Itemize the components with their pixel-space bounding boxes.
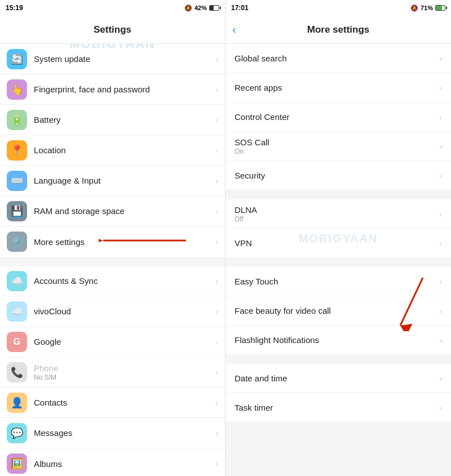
chevron-icon: › <box>215 55 218 64</box>
more-settings-icon: ⚙️ <box>7 232 27 252</box>
system-update-label: System update <box>34 54 213 64</box>
settings-item-language[interactable]: ⌨️ Language & Input › <box>0 166 225 196</box>
messages-label: Messages <box>34 428 213 438</box>
chevron-icon: › <box>439 239 442 248</box>
right-settings-list: Global search › Recent apps › Control Ce… <box>226 44 451 476</box>
settings-item-ram[interactable]: 💾 RAM and storage space › <box>0 196 225 226</box>
task-timer-label: Task timer <box>235 403 437 412</box>
settings-item-messages[interactable]: 💬 Messages › <box>0 418 225 448</box>
language-icon: ⌨️ <box>7 171 27 191</box>
dlna-subtitle: Off <box>235 215 437 223</box>
messages-icon: 💬 <box>7 423 27 443</box>
right-item-sos-call[interactable]: SOS Call On › <box>226 132 451 161</box>
right-item-task-timer[interactable]: Task timer › <box>226 393 451 422</box>
chevron-icon: › <box>215 459 218 468</box>
right-item-face-beauty[interactable]: Face beauty for video call › <box>226 296 451 326</box>
location-icon: 📍 <box>7 140 27 161</box>
right-notification-icon: 🔕 <box>410 5 418 12</box>
flashlight-label: Flashlight Notifications <box>235 335 437 345</box>
right-section-gap-2 <box>226 263 451 267</box>
settings-item-more-settings[interactable]: ⚙️ More settings › <box>0 226 225 257</box>
accounts-label: Accounts & Sync <box>34 276 213 286</box>
settings-item-system-update[interactable]: 🔄 System update › <box>0 44 225 74</box>
left-section-1: 🔄 System update › 👆 Fingerprint, face an… <box>0 44 225 257</box>
battery-label: Battery <box>34 115 213 124</box>
fingerprint-icon: 👆 <box>7 79 27 100</box>
face-beauty-label: Face beauty for video call <box>235 306 437 315</box>
left-settings-list: MOBIGYAAN 🔄 System update › 👆 Fingerprin… <box>0 44 225 476</box>
right-section-1: Global search › Recent apps › Control Ce… <box>226 44 451 190</box>
left-battery-icon <box>209 5 219 11</box>
battery-settings-icon: 🔋 <box>7 110 27 130</box>
chevron-icon: › <box>439 306 442 315</box>
global-search-label: Global search <box>235 54 437 63</box>
settings-item-contacts[interactable]: 👤 Contacts › <box>0 388 225 418</box>
chevron-icon: › <box>215 85 218 94</box>
right-item-recent-apps[interactable]: Recent apps › <box>226 73 451 103</box>
location-label: Location <box>34 145 213 155</box>
contacts-icon: 👤 <box>7 393 27 413</box>
chevron-icon: › <box>439 113 442 122</box>
left-title: Settings <box>94 24 131 35</box>
chevron-icon: › <box>439 336 442 345</box>
chevron-icon: › <box>439 83 442 92</box>
ram-icon: 💾 <box>7 201 27 221</box>
back-button[interactable]: ‹ <box>232 23 236 36</box>
sos-call-label: SOS Call <box>235 137 437 147</box>
right-item-vpn[interactable]: VPN › <box>226 229 451 258</box>
left-panel: 15:19 🔕 42% Settings MOBIGYAAN 🔄 System … <box>0 0 226 476</box>
chevron-icon: › <box>439 210 442 219</box>
accounts-icon: ☁️ <box>7 271 27 291</box>
fingerprint-label: Fingerprint, face and password <box>34 84 213 94</box>
chevron-icon: › <box>439 171 442 180</box>
settings-item-vivocloud[interactable]: ☁️ vivoCloud › <box>0 296 225 327</box>
settings-item-accounts[interactable]: ☁️ Accounts & Sync › <box>0 266 225 296</box>
left-status-bar: 15:19 🔕 42% <box>0 0 225 16</box>
right-section-gap-3 <box>226 359 451 364</box>
chevron-icon: › <box>215 237 218 246</box>
contacts-label: Contacts <box>34 398 213 407</box>
phone-label: Phone <box>34 363 213 373</box>
chevron-icon: › <box>215 429 218 438</box>
settings-item-battery[interactable]: 🔋 Battery › <box>0 105 225 135</box>
chevron-icon: › <box>215 207 218 216</box>
right-header: ‹ More settings <box>226 16 451 44</box>
chevron-icon: › <box>439 142 442 151</box>
section-gap-1 <box>0 261 225 266</box>
chevron-icon: › <box>439 374 442 383</box>
right-time: 17:01 <box>231 4 249 12</box>
right-section-gap-1 <box>226 195 451 199</box>
google-label: Google <box>34 337 213 346</box>
right-item-easy-touch[interactable]: Easy Touch › <box>226 267 451 296</box>
right-item-flashlight[interactable]: Flashlight Notifications › <box>226 326 451 355</box>
more-settings-label: More settings <box>34 237 213 247</box>
right-battery-icon <box>435 5 445 11</box>
settings-item-location[interactable]: 📍 Location › <box>0 135 225 166</box>
settings-item-phone[interactable]: 📞 Phone No SIM › <box>0 357 225 388</box>
vivocloud-icon: ☁️ <box>7 301 27 322</box>
phone-icon: 📞 <box>7 362 27 382</box>
sos-call-subtitle: On <box>235 148 437 155</box>
chevron-icon: › <box>215 176 218 185</box>
right-panel: 17:01 🔕 71% ‹ More settings Global searc… <box>226 0 451 476</box>
settings-item-google[interactable]: G Google › <box>0 327 225 357</box>
right-item-global-search[interactable]: Global search › <box>226 44 451 73</box>
right-title: More settings <box>307 24 370 35</box>
right-item-date-time[interactable]: Date and time › <box>226 364 451 393</box>
ram-label: RAM and storage space <box>34 206 213 216</box>
right-item-control-center[interactable]: Control Center › <box>226 103 451 132</box>
right-battery-pct: 71% <box>421 5 433 11</box>
left-battery-pct: 42% <box>194 5 207 11</box>
settings-item-fingerprint[interactable]: 👆 Fingerprint, face and password › <box>0 74 225 105</box>
date-time-label: Date and time <box>235 373 437 383</box>
right-item-dlna[interactable]: DLNA Off › <box>226 199 451 229</box>
left-header: Settings <box>0 16 225 44</box>
chevron-icon: › <box>215 337 218 346</box>
vivocloud-label: vivoCloud <box>34 306 213 316</box>
settings-item-albums[interactable]: 🖼️ Albums › <box>0 448 225 476</box>
chevron-icon: › <box>439 403 442 412</box>
dlna-label: DLNA <box>235 205 437 215</box>
left-time: 15:19 <box>6 4 23 12</box>
language-label: Language & Input <box>34 176 213 185</box>
right-item-security[interactable]: Security › <box>226 161 451 190</box>
